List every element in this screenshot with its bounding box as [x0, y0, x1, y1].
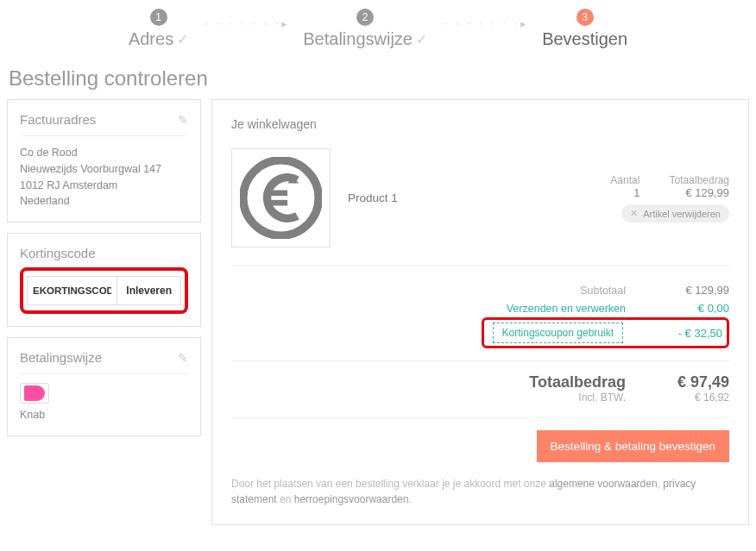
grand-total-value: € 97,49 [626, 373, 729, 391]
subtotal-label: Subtotaal [453, 285, 626, 297]
payment-method-name: Knab [20, 407, 188, 423]
step-address[interactable]: 1 Adres✓ [129, 9, 188, 49]
payment-method-card: Betalingswijze ✎ Knab [7, 337, 201, 436]
check-icon: ✓ [177, 31, 188, 47]
addr-city: 1012 RJ Amsterdam [20, 178, 188, 194]
ideal-icon [20, 383, 49, 404]
checkout-steps: 1 Adres✓ · · · · · · · ▸ 2 Betalingswijz… [0, 0, 756, 66]
coupon-applied-highlight: Kortingscoupon gebruikt - € 32,50 [482, 317, 729, 348]
card-title: Factuuradres [20, 112, 96, 127]
addr-country: Nederland [20, 193, 188, 210]
arrow-icon: · · · · · · · ▸ [205, 17, 286, 30]
withdrawal-link[interactable]: herroepingsvoorwaarden [294, 493, 409, 505]
product-name: Product 1 [348, 191, 588, 204]
step-number: 2 [356, 9, 374, 26]
line-total-value: € 129,99 [643, 186, 729, 199]
terms-link[interactable]: algemene voorwaarden [549, 478, 657, 490]
euro-icon [240, 157, 322, 239]
billing-address-card: Factuuradres ✎ Co de Rood Nieuwezijds Vo… [7, 99, 201, 222]
addr-name: Co de Rood [20, 145, 188, 161]
vat-value: € 16,92 [626, 391, 729, 404]
grand-total-label: Totaalbedrag [529, 373, 626, 391]
coupon-used-label: Kortingscoupon gebruikt [493, 322, 623, 343]
step-label: Bevestigen [542, 29, 627, 49]
coupon-discount-value: - € 32,50 [623, 327, 724, 340]
addr-street: Nieuwezijds Voorburgwal 147 [20, 161, 188, 178]
cart-panel: Je winkelwagen Product 1 Aantal Totaalbe… [211, 99, 749, 525]
card-title: Kortingscode [20, 246, 96, 260]
close-icon: ✕ [630, 208, 638, 219]
step-label: Adres [129, 29, 173, 49]
cart-title: Je winkelwagen [231, 117, 729, 131]
check-icon: ✓ [416, 31, 427, 47]
card-title: Betalingswijze [20, 350, 102, 365]
step-confirm: 3 Bevestigen [542, 9, 627, 49]
step-number: 1 [150, 9, 167, 26]
vat-label: Incl. BTW. [529, 391, 626, 404]
qty-label: Aantal [588, 174, 639, 186]
coupon-card: Kortingscode Inleveren [7, 233, 201, 327]
coupon-input[interactable] [28, 277, 117, 304]
product-row: Product 1 Aantal Totaalbedrag 1 € 129,99… [231, 148, 729, 266]
edit-icon[interactable]: ✎ [178, 351, 188, 365]
confirm-order-button[interactable]: Bestelling & betaling bevestigen [537, 430, 729, 462]
apply-coupon-button[interactable]: Inleveren [117, 277, 180, 304]
summary: Subtotaal € 129,99 Verzenden en verwerke… [231, 266, 729, 361]
edit-icon[interactable]: ✎ [178, 113, 188, 127]
svg-point-0 [243, 160, 318, 235]
terms-text: Door het plaatsen van een bestelling ver… [231, 462, 729, 507]
step-number: 3 [576, 9, 594, 26]
step-label: Betalingswijze [303, 29, 413, 49]
step-payment[interactable]: 2 Betalingswijze✓ [303, 9, 427, 49]
page-title: Bestelling controleren [0, 66, 756, 99]
coupon-highlight: Inleveren [20, 267, 188, 314]
product-image [231, 148, 331, 247]
arrow-icon: · · · · · · · ▸ [444, 17, 525, 30]
line-total-label: Totaalbedrag [643, 174, 729, 186]
qty-value: 1 [588, 186, 639, 199]
grand-total: Totaalbedrag Incl. BTW. € 97,49 € 16,92 [231, 361, 729, 418]
remove-item-button[interactable]: ✕ Artikel verwijderen [621, 204, 729, 222]
subtotal-value: € 129,99 [626, 284, 729, 297]
shipping-value: € 0,00 [626, 302, 729, 315]
shipping-label: Verzenden en verwerken [453, 303, 626, 315]
